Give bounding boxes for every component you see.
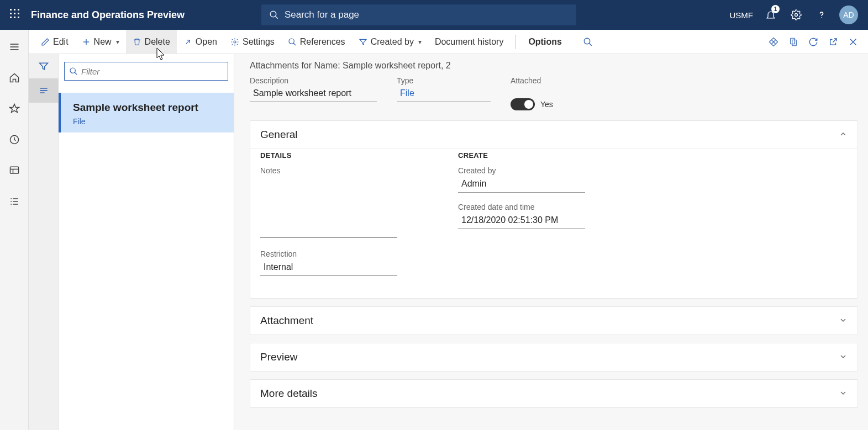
created-datetime-field: Created date and time 12/18/2020 02:51:3… (458, 203, 585, 229)
created-by-field: Created by Admin (458, 166, 585, 193)
svg-rect-6 (10, 17, 12, 18)
chevron-down-icon (839, 352, 848, 363)
filter-input-wrap[interactable] (64, 62, 228, 81)
svg-point-9 (270, 11, 276, 17)
list-item-subtitle: File (73, 117, 226, 126)
svg-line-23 (850, 39, 856, 45)
arrow-up-right-icon (183, 38, 192, 46)
restriction-value[interactable]: Internal (260, 259, 397, 276)
svg-line-17 (293, 43, 296, 45)
list-item[interactable]: Sample worksheet report File (59, 93, 234, 132)
type-field: Type File (397, 76, 491, 110)
references-button[interactable]: References (281, 30, 352, 54)
page-toolbar (29, 54, 59, 430)
created-by-value[interactable]: Admin (458, 176, 585, 193)
more-details-section-header[interactable]: More details (250, 380, 858, 407)
more-details-section: More details (250, 379, 858, 408)
global-search[interactable]: Search for a page (261, 4, 576, 25)
general-section-header[interactable]: General (250, 121, 858, 148)
svg-rect-7 (14, 17, 15, 18)
svg-rect-8 (18, 17, 19, 18)
attached-field: Attached Yes (511, 76, 553, 110)
find-button[interactable] (576, 30, 599, 54)
created-datetime-value[interactable]: 12/18/2020 02:51:30 PM (458, 213, 585, 229)
search-icon (69, 67, 78, 76)
diamond-icon[interactable] (769, 37, 778, 47)
open-button[interactable]: Open (177, 30, 224, 54)
page-title: Attachments for Name: Sample worksheet r… (250, 61, 858, 71)
action-pane: Edit New ▾ Delete Open Settings Referenc… (0, 30, 868, 54)
notes-textarea[interactable] (260, 177, 397, 238)
svg-point-16 (289, 39, 294, 44)
filter-input[interactable] (81, 67, 223, 76)
preview-section: Preview (250, 343, 858, 371)
created-by-filter[interactable]: Created by ▾ (352, 30, 428, 54)
svg-rect-21 (792, 40, 797, 46)
svg-point-18 (584, 38, 590, 44)
svg-line-41 (75, 72, 77, 75)
delete-button[interactable]: Delete (126, 30, 177, 54)
notification-badge: 1 (771, 5, 780, 13)
svg-point-15 (234, 41, 236, 43)
settings-button[interactable]: Settings (224, 30, 281, 54)
filter-pane-icon[interactable] (29, 54, 59, 78)
search-icon (269, 10, 279, 20)
attached-label: Attached (511, 76, 553, 85)
details-heading: DETAILS (260, 151, 397, 160)
popout-icon[interactable] (828, 37, 838, 47)
rail-menu-icon[interactable] (0, 36, 29, 57)
svg-point-11 (795, 14, 797, 17)
notifications-icon[interactable]: 1 (763, 7, 778, 23)
svg-rect-5 (18, 13, 19, 14)
search-placeholder: Search for a page (285, 9, 359, 20)
description-label: Description (250, 76, 377, 85)
refresh-icon[interactable] (808, 37, 818, 47)
chevron-down-icon (839, 316, 848, 326)
svg-line-22 (850, 39, 856, 45)
app-launcher-icon[interactable] (3, 9, 27, 22)
create-heading: CREATE (458, 151, 585, 160)
svg-line-19 (589, 43, 592, 46)
list-view-icon[interactable] (29, 78, 59, 103)
search-icon (288, 38, 297, 46)
edit-button[interactable]: Edit (34, 30, 75, 54)
settings-gear-icon[interactable] (788, 7, 804, 23)
attach-icon[interactable] (788, 37, 798, 47)
trash-icon (133, 38, 141, 46)
svg-rect-20 (791, 38, 795, 44)
rail-workspaces-icon[interactable] (0, 160, 29, 181)
chevron-down-icon: ▾ (116, 38, 119, 46)
general-section: General DETAILS Notes Restriction Intern… (250, 120, 858, 299)
chevron-up-icon (839, 130, 848, 140)
pencil-icon (41, 38, 50, 46)
new-button[interactable]: New ▾ (75, 30, 126, 54)
restriction-field: Restriction Internal (260, 249, 397, 276)
plus-icon (82, 38, 91, 46)
options-tab[interactable]: Options (522, 30, 568, 54)
app-title: Finance and Operations Preview (31, 9, 185, 21)
list-pane: Sample worksheet report File (59, 54, 234, 430)
close-icon[interactable] (848, 37, 858, 47)
svg-rect-3 (10, 13, 12, 14)
navigation-rail (0, 30, 29, 430)
attachment-section-header[interactable]: Attachment (250, 307, 858, 335)
detail-pane: Attachments for Name: Sample worksheet r… (234, 54, 868, 430)
svg-rect-28 (10, 167, 18, 173)
rail-modules-icon[interactable] (0, 191, 29, 212)
preview-section-header[interactable]: Preview (250, 343, 858, 371)
type-value[interactable]: File (397, 86, 491, 102)
chevron-down-icon (839, 389, 848, 399)
attached-toggle[interactable] (511, 98, 535, 110)
svg-point-40 (70, 68, 75, 73)
notes-field: Notes (260, 166, 397, 240)
document-history-button[interactable]: Document history (428, 30, 511, 54)
rail-home-icon[interactable] (0, 67, 29, 88)
separator (515, 35, 516, 49)
description-value[interactable]: Sample worksheet report (250, 86, 377, 102)
help-icon[interactable] (814, 7, 829, 23)
company-selector[interactable]: USMF (729, 10, 753, 20)
rail-recent-icon[interactable] (0, 129, 29, 150)
user-avatar[interactable]: AD (839, 6, 858, 24)
rail-favorites-icon[interactable] (0, 98, 29, 119)
svg-rect-2 (18, 9, 19, 10)
